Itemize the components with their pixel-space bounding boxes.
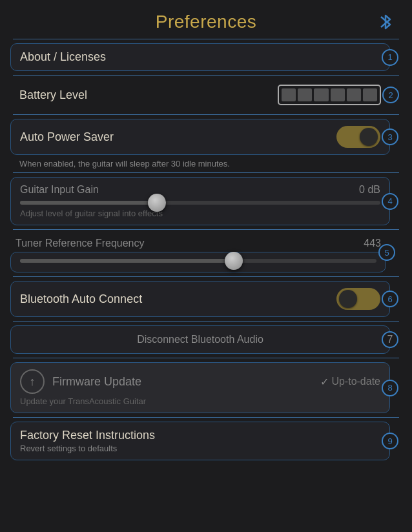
firmware-upload-icon: ↑ [20,369,45,394]
firmware-hint: Update your TransAcoustic Guitar [20,396,380,406]
battery-label: Battery Level [19,88,87,102]
auto-power-toggle[interactable] [336,126,380,148]
battery-level-row: Battery Level 2 [10,79,390,110]
factory-reset-section[interactable]: Factory Reset Instructions Revert settin… [10,422,390,460]
bluetooth-auto-badge: 6 [382,291,398,307]
divider-5 [13,276,399,277]
tuner-fill [20,259,234,263]
auto-power-hint: When enabled, the guitar will sleep afte… [19,159,393,169]
tuner-track[interactable] [20,259,376,263]
guitar-gain-header: Guitar Input Gain 0 dB [20,184,380,196]
guitar-gain-thumb[interactable] [148,194,166,212]
tuner-label: Tuner Reference Frequency [15,238,145,249]
bluetooth-icon [378,13,393,35]
about-licenses-row[interactable]: About / Licenses 1 [10,43,390,71]
auto-power-row[interactable]: Auto Power Saver 3 [10,119,390,155]
battery-badge: 2 [382,87,399,103]
guitar-gain-fill [20,201,157,205]
firmware-section: ↑ Firmware Update ✓ Up-to-date Update yo… [10,362,390,413]
battery-seg-1 [282,88,296,101]
auto-power-knob [360,128,378,146]
about-label: About / Licenses [20,50,106,64]
factory-title: Factory Reset Instructions [20,429,380,442]
about-badge: 1 [382,49,398,66]
guitar-gain-badge: 4 [382,193,398,210]
firmware-status-text: Up-to-date [331,376,380,387]
battery-seg-5 [347,88,361,101]
firmware-row: ↑ Firmware Update ✓ Up-to-date [20,369,380,394]
battery-bar [278,85,381,105]
divider-1 [13,75,399,76]
firmware-status: ✓ Up-to-date [320,376,380,388]
divider-4 [13,229,399,230]
factory-badge: 9 [382,433,398,449]
divider-8 [13,417,399,418]
disconnect-label: Disconnect Bluetooth Audio [137,334,263,345]
bluetooth-auto-toggle[interactable] [336,288,380,310]
tuner-thumb[interactable] [225,252,243,270]
bluetooth-auto-knob [339,290,357,308]
divider-3 [13,172,399,173]
tuner-badge: 5 [378,244,395,261]
tuner-value: 443 [364,238,381,249]
guitar-gain-section: Guitar Input Gain 0 dB Adjust level of g… [10,177,390,225]
tuner-slider-container [10,252,386,272]
divider-2 [13,114,399,115]
battery-seg-2 [298,88,312,101]
page-title: Preferences [156,12,256,32]
header-divider [13,39,399,39]
preferences-page: Preferences About / Licenses 1 Battery L… [0,0,412,532]
divider-6 [13,321,399,322]
firmware-badge: 8 [382,380,398,396]
auto-power-label: Auto Power Saver [20,130,114,144]
battery-seg-6 [363,88,377,101]
bluetooth-auto-label: Bluetooth Auto Connect [20,292,142,306]
battery-seg-3 [314,88,328,101]
checkmark-icon: ✓ [320,376,329,388]
battery-seg-4 [331,88,345,101]
guitar-gain-value: 0 dB [359,184,380,196]
guitar-gain-hint: Adjust level of guitar signal into effec… [20,209,380,218]
guitar-gain-track[interactable] [20,201,380,205]
factory-hint: Revert settings to defaults [20,444,380,453]
divider-7 [13,358,399,358]
header: Preferences [6,0,406,36]
bluetooth-auto-row[interactable]: Bluetooth Auto Connect 6 [10,281,390,317]
auto-power-badge: 3 [382,128,398,145]
guitar-gain-label: Guitar Input Gain [20,184,99,196]
battery-display [278,85,381,105]
firmware-label: Firmware Update [52,375,313,389]
disconnect-bluetooth-row[interactable]: Disconnect Bluetooth Audio 7 [10,325,390,354]
disconnect-badge: 7 [382,331,398,348]
